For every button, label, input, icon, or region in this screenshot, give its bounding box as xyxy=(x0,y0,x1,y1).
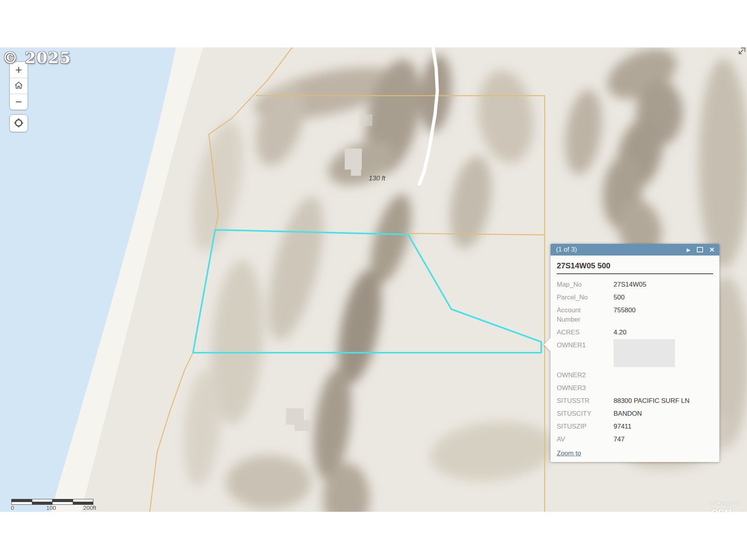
zoom-control: + − xyxy=(9,61,28,110)
field-row: SITUSZIP97411 xyxy=(557,422,713,431)
field-row: Map_No27S14W05 xyxy=(557,280,713,289)
collapse-icon[interactable] xyxy=(737,47,746,57)
scale-label-0: 0 xyxy=(11,504,14,511)
popup-title: 27S14W05 500 xyxy=(557,261,713,270)
field-row: ACRES4.20 xyxy=(557,328,713,337)
esri-logo: esri xyxy=(711,506,741,512)
zoom-out-button[interactable]: − xyxy=(10,94,28,110)
home-icon xyxy=(14,80,24,92)
popup-maximize-button[interactable] xyxy=(697,246,703,253)
popup-close-button[interactable]: ✕ xyxy=(709,246,715,253)
scale-bar xyxy=(11,499,93,505)
maximize-icon xyxy=(697,247,703,252)
zoom-to-link[interactable]: Zoom to xyxy=(557,450,581,457)
field-row: SITUSSTR88300 PACIFIC SURF LN xyxy=(557,396,713,406)
scale-label-200ft: 200ft xyxy=(83,504,96,511)
field-row: Account Number755800 xyxy=(557,306,713,324)
field-row: OWNER3 xyxy=(557,383,713,393)
feature-popup: (1 of 3) ▶ ✕ 27S14W05 500 Map_No27S14W05… xyxy=(551,244,719,462)
popup-pointer xyxy=(544,338,551,351)
locate-button[interactable] xyxy=(9,114,28,132)
gis-map-app: { "watermark": "© 2025", "map_controls":… xyxy=(0,0,747,560)
field-row: OWNER1 xyxy=(557,341,713,367)
popup-header: (1 of 3) ▶ ✕ xyxy=(551,244,719,256)
popup-body: 27S14W05 500 Map_No27S14W05 Parcel_No500… xyxy=(551,256,719,462)
play-icon: ▶ xyxy=(687,247,691,252)
popup-pager: (1 of 3) xyxy=(556,246,680,254)
home-button[interactable] xyxy=(10,78,28,94)
zoom-in-button[interactable]: + xyxy=(10,62,28,78)
field-row: OWNER2 xyxy=(557,371,713,380)
field-row: SITUSCITYBANDON xyxy=(557,409,713,418)
field-row: Parcel_No500 xyxy=(557,293,713,302)
redacted-owner-value xyxy=(614,339,675,367)
title-divider xyxy=(557,273,713,274)
scale-label-100: 100 xyxy=(46,504,56,511)
contour-label: 130 ft xyxy=(369,175,386,182)
field-row: AV747 xyxy=(557,435,713,444)
esri-attribution: POWERED BY esri xyxy=(711,502,741,512)
close-icon: ✕ xyxy=(709,247,715,253)
locate-crosshair-icon xyxy=(13,117,24,130)
popup-next-button[interactable]: ▶ xyxy=(687,246,691,253)
